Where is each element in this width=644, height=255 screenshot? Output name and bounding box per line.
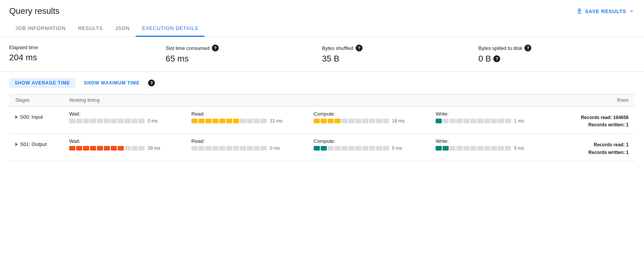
stage-name-0: S00: Input <box>15 111 69 120</box>
timing-block-0-2: Compute:18 ms <box>314 111 430 124</box>
timing-block-1-2: Compute:5 ms <box>314 138 430 151</box>
metric-elapsed-label: Elapsed time <box>9 45 38 50</box>
timing-block-0-1: Read:31 ms <box>191 111 308 124</box>
stage-rows-info-1: Records read: 1Records written: 1 <box>552 138 629 156</box>
stage-row: S00: InputWait:0 msRead:31 msCompute:18 … <box>9 106 635 134</box>
chevron-down-icon <box>629 8 635 14</box>
bytes-shuffled-help-icon[interactable]: ? <box>356 45 363 51</box>
bar-container <box>436 146 511 151</box>
metric-elapsed-time: Elapsed time 204 ms <box>9 45 166 64</box>
expand-chevron-icon[interactable] <box>15 115 18 119</box>
timing-block-1-3: Write:5 ms <box>436 138 552 151</box>
toggle-buttons: SHOW AVERAGE TIME SHOW MAXIMUM TIME ? <box>9 78 635 88</box>
metrics-bar: Elapsed time 204 ms Slot time consumed ?… <box>0 37 644 72</box>
metric-bytes-shuffled-label: Bytes shuffled <box>322 45 353 51</box>
bytes-spilled-help-icon[interactable]: ? <box>493 55 500 62</box>
metric-bytes-shuffled-value: 35 B <box>322 54 339 64</box>
save-results-label: SAVE RESULTS <box>585 8 626 14</box>
metric-bytes-shuffled: Bytes shuffled ? 35 B <box>322 45 479 64</box>
bytes-spilled-help-icon-label[interactable]: ? <box>524 45 531 51</box>
metric-slot-label: Slot time consumed <box>166 45 210 51</box>
metric-slot-time: Slot time consumed ? 65 ms <box>166 45 322 64</box>
timing-block-1-0: Wait:39 ms <box>69 138 185 151</box>
save-results-button[interactable]: SAVE RESULTS <box>576 8 635 15</box>
download-icon <box>576 8 583 15</box>
timing-section: SHOW AVERAGE TIME SHOW MAXIMUM TIME ? St… <box>0 72 644 167</box>
bar-container <box>191 119 267 123</box>
bar-container <box>314 146 389 151</box>
col-rows-header: Rows <box>552 98 629 103</box>
expand-chevron-icon[interactable] <box>15 142 18 146</box>
bar-container <box>191 146 267 151</box>
bar-container <box>69 146 145 151</box>
metric-bytes-spilled-label: Bytes spilled to disk <box>478 45 522 51</box>
stages-header: Stages Working timing Rows <box>9 94 635 106</box>
metric-elapsed-value: 204 ms <box>9 53 37 63</box>
col-working-header: Working timing <box>69 98 552 103</box>
stages-container: S00: InputWait:0 msRead:31 msCompute:18 … <box>9 106 635 161</box>
tab-job-information[interactable]: JOB INFORMATION <box>9 21 72 37</box>
timing-block-0-0: Wait:0 ms <box>69 111 185 124</box>
col-stages-header: Stages <box>15 98 69 103</box>
stage-row: S01: OutputWait:39 msRead:0 msCompute:5 … <box>9 134 635 161</box>
metric-slot-value: 65 ms <box>166 54 189 64</box>
stage-rows-info-0: Records read: 164656Records written: 1 <box>552 111 629 129</box>
bar-container <box>69 119 145 123</box>
page-title: Query results <box>9 6 60 16</box>
slot-time-help-icon[interactable]: ? <box>212 45 219 51</box>
tab-results[interactable]: RESULTS <box>72 21 109 37</box>
stage-name-1: S01: Output <box>15 138 69 147</box>
show-average-time-button[interactable]: SHOW AVERAGE TIME <box>9 78 75 88</box>
bar-container <box>314 119 389 123</box>
timing-block-1-1: Read:0 ms <box>191 138 308 151</box>
tab-json[interactable]: JSON <box>109 21 136 37</box>
tab-execution-details[interactable]: EXECUTION DETAILS <box>136 21 204 37</box>
metric-bytes-spilled-value: 0 B <box>478 54 491 64</box>
timing-block-0-3: Write:1 ms <box>436 111 552 124</box>
bar-container <box>436 119 511 123</box>
tabs-bar: JOB INFORMATION RESULTS JSON EXECUTION D… <box>0 21 644 37</box>
timing-help-icon[interactable]: ? <box>148 79 155 86</box>
show-maximum-time-button[interactable]: SHOW MAXIMUM TIME <box>78 78 145 88</box>
metric-bytes-spilled: Bytes spilled to disk ? 0 B ? <box>478 45 635 64</box>
